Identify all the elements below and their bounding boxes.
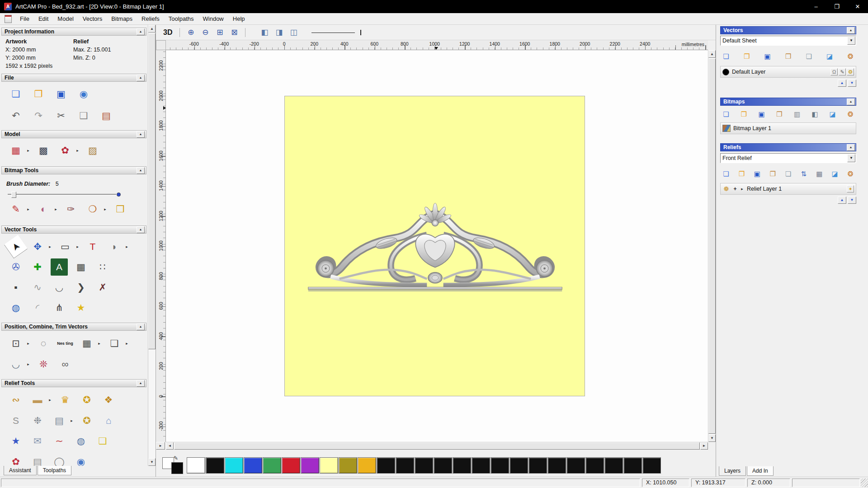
sheet-select[interactable]: Default Sheet xyxy=(720,36,856,46)
brush-diameter-slider[interactable] xyxy=(8,192,121,197)
panel-toggle-button[interactable] xyxy=(156,442,165,450)
menu-item[interactable]: File xyxy=(15,14,34,24)
relief-colour-icon[interactable]: ✦ xyxy=(847,185,854,192)
texture-relief-icon[interactable]: ❉ xyxy=(29,412,46,429)
menu-item[interactable]: Vectors xyxy=(78,14,107,24)
menu-item[interactable]: Reliefs xyxy=(137,14,164,24)
relief-library-icon[interactable]: ▤ xyxy=(51,412,68,429)
set-model-size-icon[interactable]: ▦ xyxy=(7,142,24,159)
preview-page-icon[interactable]: ◫ xyxy=(287,26,300,39)
colour-swatch-black[interactable] xyxy=(415,457,433,474)
paste-array-icon[interactable]: ∷ xyxy=(94,258,111,276)
colour-swatch-green[interactable] xyxy=(263,457,281,474)
delete-relief-layer-icon[interactable]: ◪ xyxy=(829,168,841,180)
expand-arrow-icon[interactable] xyxy=(740,187,744,191)
open-bitmap-layer-icon[interactable]: ❐ xyxy=(738,108,750,120)
merge-relief-icon[interactable]: ❖ xyxy=(100,391,117,408)
undo-icon[interactable]: ↶ xyxy=(7,107,24,124)
colour-swatch-black[interactable] xyxy=(528,457,547,474)
menu-item[interactable]: Bitmaps xyxy=(107,14,137,24)
open-vector-layer-icon[interactable]: ❐ xyxy=(741,51,753,62)
tab-toolpaths[interactable]: Toolpaths xyxy=(38,466,71,475)
flood-fill-icon[interactable]: ❒ xyxy=(112,201,129,218)
colour-swatch-pale-yellow[interactable] xyxy=(320,457,338,474)
snap-grid-icon[interactable]: ◧ xyxy=(258,26,271,39)
add-clipart-icon[interactable]: ♛ xyxy=(57,391,74,408)
paste-relief-icon[interactable]: ✪ xyxy=(78,391,95,408)
block-array-icon[interactable]: ▦ xyxy=(78,335,95,352)
combine-mode-icon[interactable] xyxy=(733,186,737,192)
move-layer-up-icon[interactable] xyxy=(838,197,846,204)
colour-swatch-black[interactable] xyxy=(509,457,528,474)
colour-swatch-olive[interactable] xyxy=(339,457,357,474)
colour-swatch-black[interactable] xyxy=(491,457,509,474)
interlock-vectors-icon[interactable]: ∞ xyxy=(57,356,74,373)
sheet-icon[interactable]: ❏ xyxy=(803,51,815,62)
vertical-scrollbar[interactable] xyxy=(708,50,716,442)
horizontal-scrollbar[interactable] xyxy=(166,442,708,450)
merge-relief-layers-icon[interactable]: ▦ xyxy=(813,168,825,180)
chevron-down-icon[interactable] xyxy=(847,37,855,45)
flyout-arrow-icon[interactable]: ▸ xyxy=(26,142,30,159)
group-vectors-icon[interactable]: ❏ xyxy=(106,335,123,352)
collapse-section-button[interactable] xyxy=(847,99,855,105)
import-bitmap-icon[interactable]: ❐ xyxy=(774,108,785,120)
relief-layer-colour-icon[interactable]: ❂ xyxy=(844,168,856,180)
sphere-relief-icon[interactable]: ◉ xyxy=(72,453,90,466)
collapse-section-button[interactable] xyxy=(137,380,145,387)
circular-array-icon[interactable]: ◌ xyxy=(35,335,52,352)
minimize-button[interactable]: – xyxy=(806,0,826,13)
transform-vectors-icon[interactable]: ✥ xyxy=(29,238,46,255)
lock-layer-icon[interactable]: Ω xyxy=(830,68,838,75)
collapse-section-button[interactable] xyxy=(847,144,855,151)
paste-grid-icon[interactable]: ▦ xyxy=(72,258,90,276)
adjust-model-icon[interactable]: ▩ xyxy=(35,142,52,159)
colour-swatch-black[interactable] xyxy=(623,457,642,474)
colour-picker-icon[interactable]: ✑ xyxy=(62,201,80,218)
zoom-in-icon[interactable]: ⊕ xyxy=(184,26,197,39)
colour-swatch-black[interactable] xyxy=(585,457,604,474)
convert-text-icon[interactable]: A xyxy=(51,258,68,276)
new-relief-layer-icon[interactable]: ❏ xyxy=(720,168,732,180)
save-relief-layer-icon[interactable]: ▣ xyxy=(751,168,763,180)
palette-icon[interactable]: ❍ xyxy=(84,201,101,218)
scroll-down-icon[interactable] xyxy=(148,458,156,466)
sculpt-relief-icon[interactable]: ∾ xyxy=(7,391,24,408)
move-layer-down-icon[interactable] xyxy=(848,197,856,204)
dome-relief-icon[interactable]: ⌂ xyxy=(100,412,117,429)
transfer-relief-icon[interactable]: ⇅ xyxy=(798,168,810,180)
create-rectangle-icon[interactable]: ▭ xyxy=(57,238,74,255)
align-vectors-icon[interactable]: ⊡ xyxy=(7,335,24,352)
scroll-right-icon[interactable] xyxy=(700,442,708,450)
revolve-vector-icon[interactable]: ◍ xyxy=(7,299,24,316)
save-bitmap-layer-icon[interactable]: ▣ xyxy=(756,108,768,120)
assistant-scrollbar[interactable] xyxy=(148,25,156,466)
star-relief-icon[interactable]: ★ xyxy=(7,432,24,450)
create-text-icon[interactable]: T xyxy=(84,238,101,255)
menu-item[interactable]: Help xyxy=(228,14,250,24)
colour-swatch-black[interactable] xyxy=(566,457,585,474)
collapse-section-button[interactable] xyxy=(137,131,145,138)
slider-thumb[interactable] xyxy=(11,192,16,198)
flyout-arrow-icon[interactable]: ▸ xyxy=(26,356,30,373)
colour-swatch-black[interactable] xyxy=(377,457,395,474)
scrollbar-thumb[interactable] xyxy=(708,58,716,434)
move-layer-up-icon[interactable] xyxy=(838,80,846,87)
colour-swatch-blue[interactable] xyxy=(244,457,262,474)
import-relief-icon[interactable]: ❐ xyxy=(767,168,778,180)
create-block-icon[interactable]: ✚ xyxy=(29,258,46,276)
open-relief-layer-icon[interactable]: ❐ xyxy=(736,168,747,180)
relief-layer-row[interactable]: Relief Layer 1 ✦ xyxy=(720,183,856,195)
merge-bitmap-icon[interactable]: ▥ xyxy=(791,108,803,120)
join-vectors-icon[interactable]: ◡ xyxy=(7,356,24,373)
delete-bitmap-layer-icon[interactable]: ◪ xyxy=(827,108,839,120)
select-vectors-icon[interactable]: ➤ xyxy=(4,235,28,259)
extrude-axis-icon[interactable]: ⋔ xyxy=(51,299,68,316)
bezier-curve-icon[interactable]: ◡ xyxy=(51,279,68,296)
layer-colour-icon[interactable]: ❂ xyxy=(847,68,854,75)
colour-swatch-gold[interactable] xyxy=(358,457,376,474)
flyout-arrow-icon[interactable]: ▸ xyxy=(26,335,30,352)
cut-icon[interactable]: ✂ xyxy=(52,107,70,124)
scroll-up-icon[interactable] xyxy=(148,25,156,33)
layer-colour-dot[interactable] xyxy=(722,69,729,75)
